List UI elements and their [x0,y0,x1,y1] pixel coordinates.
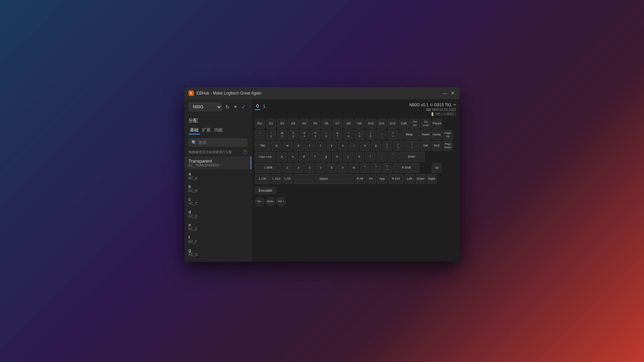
key-o[interactable]: o [360,141,370,151]
key-left[interactable]: Left [405,174,415,184]
key-item-d[interactable]: d KC_D [184,207,251,220]
key-s[interactable]: s [288,152,298,162]
key-up[interactable]: Up [432,163,442,173]
key-lshift[interactable]: L Shift [255,163,281,173]
refresh-button[interactable]: ↻ [224,103,231,111]
key-w[interactable]: w [282,141,292,151]
key-tab[interactable]: Tab [255,141,270,151]
key-app[interactable]: App [377,174,387,184]
tab-basic[interactable]: 基础 [189,126,200,134]
key-del[interactable]: Del [421,141,431,151]
tab-function[interactable]: 功能 [213,126,224,134]
key-ralt[interactable]: R Alt [355,174,365,184]
key-g4[interactable]: G4 [299,119,309,129]
key-e[interactable]: e [293,141,304,151]
key-end[interactable]: End [432,141,442,151]
profile-dropdown[interactable]: N80G [189,103,222,111]
key-4[interactable]: $4 [299,130,309,140]
key-u[interactable]: u [338,141,348,151]
key-1[interactable]: !1 [266,130,276,140]
key-backslash[interactable]: |\ [404,141,420,151]
key-2[interactable]: @2 [277,130,287,140]
key-y[interactable]: y [327,141,337,151]
key-b[interactable]: b [327,163,337,173]
key-c[interactable]: c [305,163,315,173]
search-input[interactable] [199,140,244,145]
key-5[interactable]: %5 [310,130,320,140]
edit-icon[interactable]: ✏ [453,103,456,107]
key-item-a[interactable]: a KC_A [184,169,251,182]
encoder-button[interactable]: Encoder [255,187,276,194]
key-prtscr[interactable]: Prt Scr [410,119,420,129]
key-g[interactable]: g [321,152,331,162]
tab-extend[interactable]: 扩展 [201,126,212,134]
key-lctrl[interactable]: L Ctrl [255,174,270,184]
key-rctrl[interactable]: R Ctrl [388,174,404,184]
key-i[interactable]: i [349,141,359,151]
key-item-g[interactable]: g KC_G [184,246,251,258]
key-g10[interactable]: G10 [366,119,376,129]
key-pageup[interactable]: Page Up [443,130,453,140]
key-v[interactable]: v [316,163,326,173]
key-item-c[interactable]: c KC_C [184,195,251,207]
key-j[interactable]: j [343,152,353,162]
key-g1[interactable]: G1 [266,119,276,129]
key-8[interactable]: *8 [343,130,354,140]
key-pause[interactable]: Pause [432,119,442,129]
key-l[interactable]: l [365,152,375,162]
key-k[interactable]: k [354,152,364,162]
layer-tab-1[interactable]: 1 [262,103,267,110]
key-g3[interactable]: G3 [288,119,298,129]
key-g5[interactable]: G5 [310,119,320,129]
key-vol-down[interactable]: Vol - [255,197,264,206]
close-button[interactable]: ✕ [450,90,455,96]
minimize-button[interactable]: — [442,90,447,96]
key-insert[interactable]: Insert [421,130,431,140]
key-g12[interactable]: G12 [388,119,398,129]
key-0[interactable]: )0 [366,130,376,140]
key-semicolon[interactable]: :; [376,152,386,162]
check-button[interactable]: ✓ [240,103,247,111]
link-button[interactable]: ⚭ [232,103,239,111]
key-quote[interactable]: "' [387,152,397,162]
key-9[interactable]: (9 [355,130,365,140]
key-g8[interactable]: G8 [343,119,354,129]
key-mute[interactable]: Mute [266,197,275,206]
key-equal[interactable]: += [388,130,398,140]
key-g7[interactable]: G7 [332,119,342,129]
key-vol-up[interactable]: Vol + [276,197,286,206]
key-space[interactable]: Space [293,174,354,184]
key-calc[interactable]: Calc [399,119,409,129]
key-g6[interactable]: G6 [321,119,331,129]
key-comma[interactable]: <, [360,163,370,173]
key-x[interactable]: x [293,163,304,173]
key-7[interactable]: &7 [332,130,342,140]
key-h[interactable]: h [332,152,342,162]
key-r[interactable]: r [305,141,315,151]
key-p[interactable]: p [371,141,381,151]
key-period[interactable]: >. [371,163,381,173]
key-d[interactable]: d [299,152,309,162]
key-lgui[interactable]: L GUI [271,174,281,184]
key-f[interactable]: f [310,152,320,162]
key-down[interactable]: Down [416,174,426,184]
hint-icon[interactable]: ? [243,150,247,155]
layer-tab-0[interactable]: 0 [255,103,260,110]
key-home[interactable]: Home [432,130,442,140]
key-lbracket[interactable]: {[ [382,141,392,151]
key-enter[interactable]: Enter [398,152,425,162]
key-3[interactable]: #3 [288,130,298,140]
key-capslock[interactable]: Caps Lock [255,152,276,162]
key-rbracket[interactable]: }] [393,141,403,151]
key-pagedown[interactable]: Page Down [443,141,453,151]
key-n[interactable]: n [338,163,348,173]
key-item-f[interactable]: f KC_F [184,233,251,246]
key-fn[interactable]: Fn [366,174,376,184]
key-m[interactable]: m [349,163,359,173]
key-slash[interactable]: ?/ [382,163,392,173]
key-z[interactable]: z [282,163,292,173]
key-a[interactable]: a [277,152,287,162]
key-item-b[interactable]: b KC_B [184,182,251,195]
key-item-e[interactable]: e KC_E [184,220,251,233]
key-t[interactable]: t [316,141,326,151]
